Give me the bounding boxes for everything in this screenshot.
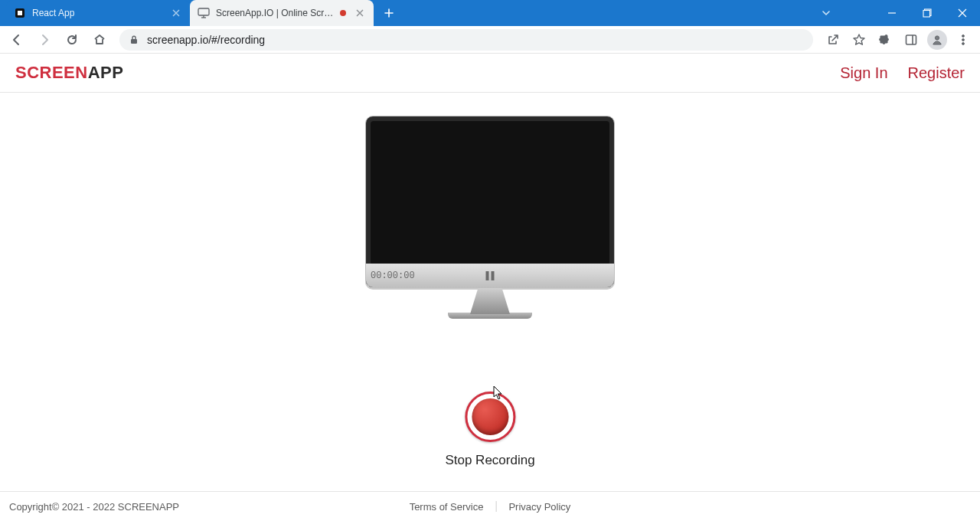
- tab-label: React App: [32, 8, 167, 18]
- signin-link[interactable]: Sign In: [840, 64, 887, 82]
- timecode: 00:00:00: [371, 270, 415, 281]
- home-button[interactable]: [87, 28, 112, 52]
- preview-controls: 00:00:00: [366, 264, 614, 287]
- register-link[interactable]: Register: [908, 64, 965, 82]
- maximize-button[interactable]: [910, 0, 945, 26]
- browser-toolbar: screenapp.io/#/recording: [0, 26, 980, 54]
- browser-tabs: React App ScreenApp.IO | Online Screen: [0, 0, 404, 26]
- toolbar-right: [821, 28, 975, 52]
- app-header: SCREENAPP Sign In Register: [0, 54, 980, 93]
- svg-rect-1: [18, 11, 22, 15]
- svg-rect-5: [131, 39, 137, 44]
- svg-point-7: [935, 35, 939, 39]
- tos-link[interactable]: Terms of Service: [410, 501, 484, 513]
- app-footer: Copyright© 2021 - 2022 SCREENAPP Terms o…: [0, 491, 980, 521]
- address-bar[interactable]: screenapp.io/#/recording: [119, 29, 813, 51]
- share-button[interactable]: [821, 28, 845, 52]
- kebab-menu-button[interactable]: [951, 28, 975, 52]
- new-tab-button[interactable]: [378, 2, 400, 24]
- brand-logo[interactable]: SCREENAPP: [15, 63, 123, 83]
- profile-button[interactable]: [925, 28, 949, 52]
- recording-indicator-icon: [340, 10, 346, 16]
- stop-recording: Stop Recording: [445, 392, 534, 468]
- react-favicon: [14, 7, 26, 19]
- header-nav: Sign In Register: [840, 64, 965, 82]
- svg-point-9: [962, 38, 965, 41]
- tab-react-app[interactable]: React App: [6, 0, 190, 26]
- record-icon: [472, 398, 508, 435]
- search-tabs-button[interactable]: [813, 0, 839, 26]
- reload-button[interactable]: [60, 28, 84, 52]
- side-panel-button[interactable]: [899, 28, 923, 52]
- svg-rect-2: [198, 8, 209, 15]
- preview-monitor: 00:00:00: [365, 116, 615, 319]
- svg-rect-4: [923, 11, 930, 18]
- lock-icon: [129, 34, 139, 45]
- svg-point-8: [962, 34, 965, 37]
- copyright-text: Copyright© 2021 - 2022 SCREENAPP: [9, 501, 179, 513]
- close-icon[interactable]: [170, 7, 182, 19]
- forward-button[interactable]: [32, 28, 57, 52]
- pause-icon[interactable]: [486, 271, 495, 280]
- logo-part-a: SCREEN: [15, 63, 88, 82]
- close-icon[interactable]: [354, 7, 366, 19]
- tab-screenapp[interactable]: ScreenApp.IO | Online Screen: [190, 0, 374, 26]
- monitor-stand: [470, 288, 510, 314]
- browser-titlebar: React App ScreenApp.IO | Online Screen: [0, 0, 980, 26]
- back-button[interactable]: [5, 28, 29, 52]
- footer-links: Terms of Service Privacy Policy: [410, 501, 571, 513]
- svg-rect-6: [906, 35, 916, 44]
- tab-label: ScreenApp.IO | Online Screen: [216, 8, 335, 18]
- preview-screen: [371, 121, 609, 265]
- stop-recording-button[interactable]: [465, 392, 515, 442]
- svg-point-10: [962, 42, 965, 44]
- monitor-frame: 00:00:00: [365, 116, 615, 288]
- footer-separator: [495, 501, 496, 512]
- privacy-link[interactable]: Privacy Policy: [508, 501, 570, 513]
- url-text: screenapp.io/#/recording: [147, 34, 265, 46]
- avatar-icon: [927, 30, 947, 50]
- logo-part-b: APP: [88, 63, 124, 82]
- bookmark-button[interactable]: [847, 28, 871, 52]
- stop-recording-label: Stop Recording: [445, 453, 534, 468]
- minimize-button[interactable]: [874, 0, 910, 26]
- monitor-favicon-icon: [198, 7, 210, 19]
- extensions-button[interactable]: [873, 28, 897, 52]
- window-controls: [874, 0, 980, 26]
- page-content: 00:00:00 Stop Recording: [0, 93, 980, 491]
- close-window-button[interactable]: [945, 0, 980, 26]
